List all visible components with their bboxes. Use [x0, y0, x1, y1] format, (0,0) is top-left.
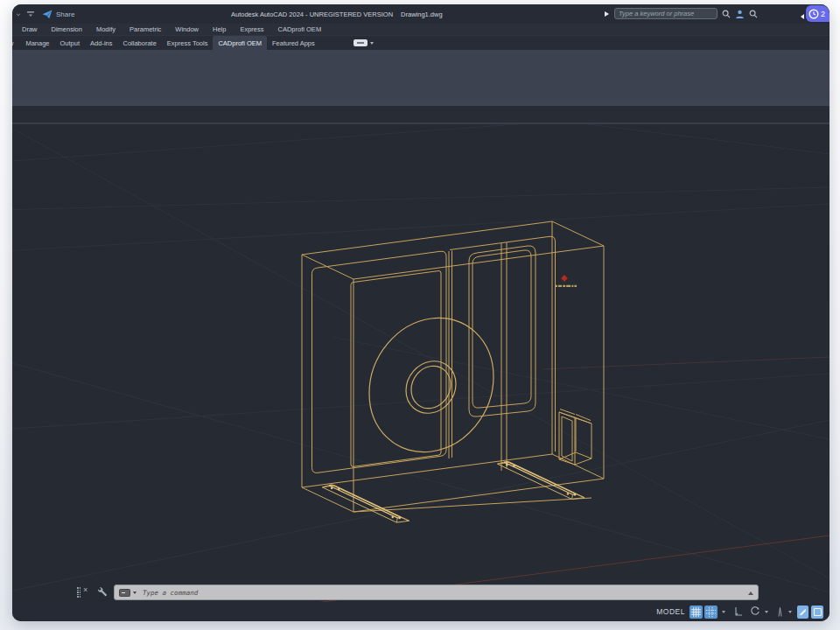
grid-icon — [691, 607, 701, 617]
menu-help[interactable]: Help — [213, 25, 226, 33]
tab-manage[interactable]: Manage — [20, 36, 54, 50]
isodraft-icon[interactable] — [750, 606, 760, 617]
ribbon-tab-bar: w Manage Output Add-ins Collaborate Expr… — [12, 36, 830, 50]
square-icon — [813, 607, 822, 617]
command-grip-handle[interactable] — [77, 587, 80, 597]
qat-customize-icon[interactable] — [27, 10, 37, 18]
command-input[interactable]: Type a command — [114, 584, 759, 600]
badge-collapse-icon[interactable] — [798, 14, 804, 19]
share-button[interactable]: Share — [42, 10, 74, 19]
ribbon-panel-area — [12, 50, 830, 106]
search-icon[interactable] — [722, 10, 731, 18]
search-area: Type a keyword or phrase — [605, 8, 758, 19]
menu-window[interactable]: Window — [175, 25, 199, 33]
isodraft-dropdown-icon[interactable] — [765, 611, 768, 615]
tab-view-clipped[interactable]: w — [12, 36, 13, 50]
pencil-icon — [799, 607, 808, 616]
chevron-down-icon[interactable] — [17, 11, 22, 17]
heat-pump-wireframe — [302, 221, 604, 522]
menu-parametric[interactable]: Parametric — [130, 25, 161, 33]
menu-draw[interactable]: Draw — [22, 25, 38, 33]
share-label: Share — [56, 10, 74, 18]
command-prompt-icon — [119, 589, 130, 597]
ortho-mode-icon[interactable] — [734, 606, 742, 617]
search-expand-icon[interactable] — [605, 11, 612, 17]
menu-express[interactable]: Express — [240, 25, 263, 33]
chevron-down-icon — [370, 42, 374, 46]
menu-dimension[interactable]: Dimension — [52, 25, 82, 33]
ground-grid-lines — [12, 124, 830, 602]
quick-access-toolbar: Share — [17, 4, 74, 24]
model-space-label[interactable]: MODEL — [656, 607, 685, 616]
annotation-scale-icon[interactable] — [778, 607, 782, 617]
status-bar: MODEL — [12, 602, 830, 621]
snap-dropdown-icon[interactable] — [722, 611, 725, 615]
trial-days-count: 2 — [821, 10, 825, 18]
chevron-down-icon[interactable] — [133, 592, 136, 596]
workspace-switch-button[interactable] — [797, 606, 808, 619]
ribbon-collapse-button[interactable] — [354, 36, 374, 50]
tab-cadprofi-oem[interactable]: CADprofi OEM — [213, 36, 267, 50]
window-title: Autodesk AutoCAD 2024 - UNREGISTERED VER… — [231, 4, 443, 24]
tab-featured-apps[interactable]: Featured Apps — [267, 36, 320, 50]
grid-display-button[interactable] — [690, 606, 703, 619]
clock-icon — [808, 9, 819, 19]
menu-bar: Draw Dimension Modify Parametric Window … — [12, 24, 830, 36]
search-input[interactable]: Type a keyword or phrase — [614, 8, 718, 19]
snap-grid-icon — [706, 607, 716, 617]
status-right-cluster: MODEL — [656, 602, 823, 621]
annotation-dropdown-icon[interactable] — [788, 611, 792, 615]
paper-plane-icon — [42, 10, 52, 19]
snap-mode-button[interactable] — [704, 606, 718, 619]
file-tab-bar — [12, 106, 830, 124]
app-title: Autodesk AutoCAD 2024 - UNREGISTERED VER… — [231, 10, 393, 18]
command-placeholder: Type a command — [143, 589, 748, 597]
wrench-icon[interactable] — [97, 586, 108, 598]
drawing-canvas[interactable]: × Type a command — [12, 124, 830, 602]
signin-user-icon[interactable] — [735, 10, 745, 18]
document-title: Drawing1.dwg — [401, 10, 443, 18]
wireframe-drawing — [12, 124, 830, 602]
ribbon-collapse-icon — [354, 39, 368, 46]
command-dock: × Type a command — [12, 584, 830, 604]
title-bar: Share Autodesk AutoCAD 2024 - UNREGISTER… — [12, 4, 830, 24]
autocad-window: Share Autodesk AutoCAD 2024 - UNREGISTER… — [12, 4, 830, 621]
tab-output[interactable]: Output — [55, 36, 86, 50]
trial-days-badge[interactable]: 2 — [806, 5, 830, 22]
display-settings-button[interactable] — [811, 606, 823, 619]
tab-collaborate[interactable]: Collaborate — [117, 36, 161, 50]
tab-add-ins[interactable]: Add-ins — [85, 36, 117, 50]
menu-modify[interactable]: Modify — [96, 25, 116, 33]
menu-cadprofi-oem[interactable]: CADprofi OEM — [278, 25, 322, 33]
help-search-icon[interactable] — [749, 10, 758, 18]
tab-express-tools[interactable]: Express Tools — [162, 36, 214, 50]
command-close-icon[interactable]: × — [83, 585, 88, 594]
command-history-icon[interactable] — [748, 589, 753, 595]
